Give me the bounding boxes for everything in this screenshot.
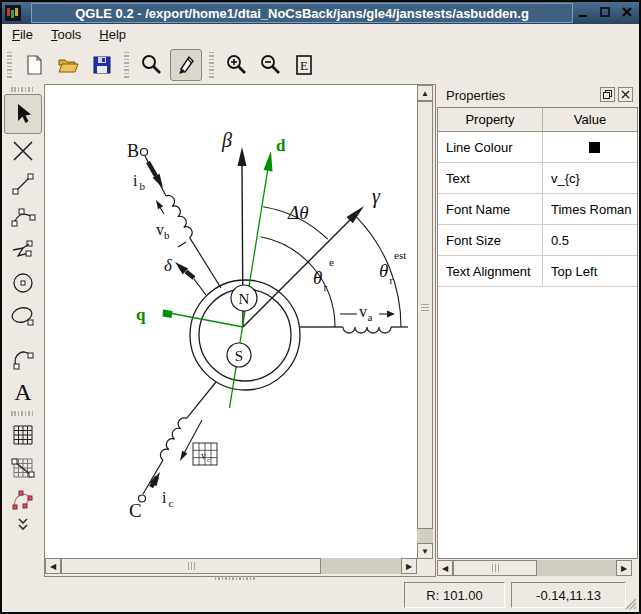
canvas-hscrollbar[interactable]: ◀ ▶: [45, 558, 417, 574]
scroll-left-button[interactable]: ◀: [45, 558, 61, 574]
gamma-axis: [243, 206, 364, 327]
dock-hscrollbar[interactable]: ◀ ▶: [437, 560, 632, 576]
more-tools-button[interactable]: [6, 517, 40, 533]
properties-header-row: Property Value: [438, 108, 637, 132]
property-value[interactable]: Times Roman: [543, 194, 637, 224]
dock-close-icon: [621, 90, 630, 99]
cross-icon: [10, 138, 36, 164]
pencil-icon: [174, 53, 198, 77]
svg-text:b: b: [164, 229, 170, 241]
north-label: N: [239, 291, 250, 307]
edit-mode-button[interactable]: [170, 49, 202, 81]
toolbar-grip[interactable]: [124, 52, 129, 78]
maximize-button[interactable]: [597, 4, 613, 20]
circle-tool[interactable]: [6, 266, 40, 299]
toolbar-grip[interactable]: [209, 52, 214, 78]
property-value[interactable]: 0.5: [543, 225, 637, 255]
arc-icon: [10, 204, 36, 230]
pointer-tool[interactable]: [4, 94, 42, 134]
property-value[interactable]: Top Left: [543, 256, 637, 286]
titlebar[interactable]: QGLE 0.2 - /export/home1/dtai_NoCsBack/j…: [2, 2, 639, 24]
coords-readout: -0.14,11.13: [511, 582, 626, 608]
palette-grip[interactable]: [11, 87, 35, 92]
phase-c-winding: [139, 382, 217, 502]
grid-tool[interactable]: [6, 418, 40, 451]
q-label: q: [136, 305, 146, 324]
drawing-canvas[interactable]: v c N S β d γ δ q Δθ θ r e: [45, 85, 417, 558]
scroll-right-button[interactable]: ▶: [616, 560, 632, 576]
ic-label: i c: [162, 489, 174, 509]
pointer-icon: [10, 101, 36, 127]
resize-grip[interactable]: [624, 597, 637, 610]
save-floppy-icon: [90, 53, 114, 77]
toolbar-grip[interactable]: [7, 52, 12, 78]
svg-text:v: v: [359, 303, 367, 320]
new-file-icon: [22, 53, 46, 77]
vector-icon: [10, 237, 36, 263]
dock-float-button[interactable]: [600, 87, 615, 102]
bezier-tool[interactable]: [6, 342, 40, 375]
menu-help-mnemonic: H: [99, 27, 108, 42]
palette-grip[interactable]: [11, 411, 35, 416]
value-column-header[interactable]: Value: [543, 108, 637, 131]
dock-hscroll-thumb[interactable]: [453, 560, 537, 576]
property-name: Font Size: [438, 225, 543, 255]
beta-label: β: [221, 129, 232, 152]
dock-title-label: Properties: [446, 88, 505, 103]
zoom-in-button[interactable]: [221, 50, 251, 80]
grid-icon: [10, 422, 36, 448]
b-terminal-label: B: [127, 141, 139, 161]
property-name: Font Name: [438, 194, 543, 224]
menu-file-label: ile: [20, 27, 33, 42]
circle-icon: [10, 270, 36, 296]
close-button[interactable]: [619, 4, 635, 20]
delta-label: δ: [164, 256, 173, 275]
zoom-out-button[interactable]: [255, 50, 285, 80]
svg-text:θ: θ: [313, 267, 322, 288]
menu-tools-label: ools: [57, 27, 81, 42]
table-row: Font Size 0.5: [438, 225, 637, 256]
dock-close-button[interactable]: [618, 87, 633, 102]
save-button[interactable]: [87, 50, 117, 80]
arc-tool[interactable]: [6, 200, 40, 233]
gle-diagram: v c N S β d γ δ q Δθ θ r e: [45, 85, 417, 558]
canvas-vscrollbar[interactable]: ▲ ▼: [417, 85, 433, 559]
theta-re-label: θ r e: [313, 256, 334, 293]
svg-text:b: b: [140, 180, 146, 192]
zoom-in-icon: [224, 53, 248, 77]
minimize-button[interactable]: [575, 4, 591, 20]
scroll-up-button[interactable]: ▲: [417, 85, 433, 101]
scroll-left-button[interactable]: ◀: [437, 560, 453, 576]
scroll-down-button[interactable]: ▼: [417, 543, 433, 559]
vc-tiny-sub: c: [207, 456, 210, 464]
scroll-right-button[interactable]: ▶: [401, 558, 417, 574]
svg-text:i: i: [133, 172, 138, 189]
menu-help[interactable]: Help: [91, 25, 134, 44]
line-tool[interactable]: [6, 167, 40, 200]
vscroll-thumb[interactable]: [417, 101, 433, 529]
vc-text-placeholder[interactable]: v c: [193, 443, 217, 465]
menu-tools[interactable]: Tools: [43, 25, 89, 44]
open-file-button[interactable]: [53, 50, 83, 80]
curve-edit-tool[interactable]: [6, 484, 40, 517]
zoom-mode-button[interactable]: [136, 50, 166, 80]
delta-arrow: [175, 262, 206, 295]
text-tool[interactable]: A: [6, 375, 40, 408]
property-column-header[interactable]: Property: [438, 108, 543, 131]
toolbar: E: [2, 45, 639, 84]
equation-editor-button[interactable]: E: [289, 50, 319, 80]
table-row: Text Alignment Top Left: [438, 256, 637, 287]
menu-file[interactable]: File: [4, 25, 41, 44]
property-value[interactable]: v_{c}: [543, 163, 637, 193]
grid-snap-tool[interactable]: [6, 451, 40, 484]
vector-tool[interactable]: [6, 233, 40, 266]
new-file-button[interactable]: [19, 50, 49, 80]
delta-theta-label: Δθ: [287, 202, 308, 223]
svg-text:r: r: [324, 281, 328, 293]
delete-tool[interactable]: [6, 134, 40, 167]
hscroll-thumb[interactable]: [61, 558, 321, 574]
ellipse-tool[interactable]: [6, 299, 40, 332]
property-name: Text: [438, 163, 543, 193]
line-colour-swatch[interactable]: [589, 142, 600, 153]
property-value[interactable]: [543, 132, 637, 162]
